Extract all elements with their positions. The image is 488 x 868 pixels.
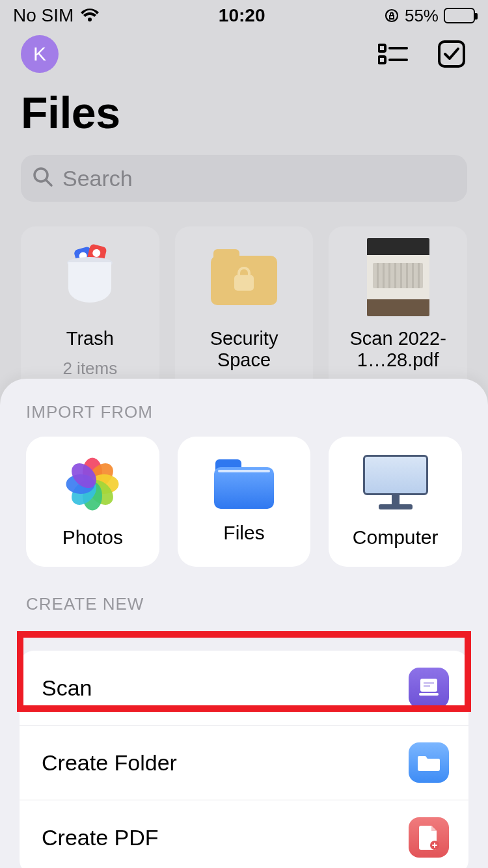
clock-text: 10:20 [219,5,265,26]
import-section-label: IMPORT FROM [0,398,488,437]
svg-line-7 [46,180,51,185]
create-item-label: Create Folder [42,750,177,776]
view-list-icon[interactable] [377,38,409,70]
pdf-icon [409,817,449,858]
svg-rect-11 [419,693,439,696]
create-section-label: CREATE NEW [0,567,488,629]
create-item-pdf[interactable]: Create PDF [20,800,468,868]
create-item-folder[interactable]: Create Folder [20,725,468,800]
folder-icon [409,742,449,783]
create-list: Scan Create Folder Create PDF [20,651,468,868]
svg-rect-9 [424,682,434,684]
svg-rect-3 [379,57,385,63]
file-card-subtitle: 2 items [62,359,117,379]
file-card-title: Trash [66,328,114,349]
create-item-scan[interactable]: Scan [20,651,468,725]
file-card-title: Scan 2022-1…28.pdf [335,328,461,372]
battery-icon [444,8,475,23]
photos-icon [63,455,122,513]
header-controls: K [0,29,488,73]
page-title: Files [0,73,488,143]
import-files[interactable]: Files [178,437,311,567]
select-checkbox-icon[interactable] [436,38,467,70]
scan-thumbnail [335,238,461,316]
scanner-icon [409,668,449,708]
status-bar: No SIM 10:20 55% [0,0,488,29]
trash-icon [27,238,153,316]
computer-icon [362,455,429,513]
search-field[interactable] [21,155,467,202]
avatar[interactable]: K [21,35,59,73]
wifi-icon [80,8,100,23]
battery-percent-text: 55% [405,6,439,26]
create-item-label: Scan [42,675,92,701]
create-sheet: IMPORT FROM Photos Files Computer CREATE… [0,379,488,868]
svg-rect-10 [424,685,430,687]
search-input[interactable] [62,166,455,191]
search-icon [33,167,53,190]
file-card-title: Security Space [182,328,307,372]
import-computer[interactable]: Computer [329,437,462,567]
import-card-label: Photos [62,526,123,549]
svg-rect-5 [439,42,464,66]
carrier-text: No SIM [13,5,74,26]
locked-folder-icon [182,238,307,316]
import-card-label: Computer [353,526,439,549]
import-card-label: Files [223,522,264,544]
svg-rect-1 [379,45,385,51]
rotation-lock-icon [384,8,400,23]
create-item-label: Create PDF [42,825,159,850]
files-folder-icon [213,459,275,509]
import-photos[interactable]: Photos [26,437,159,567]
